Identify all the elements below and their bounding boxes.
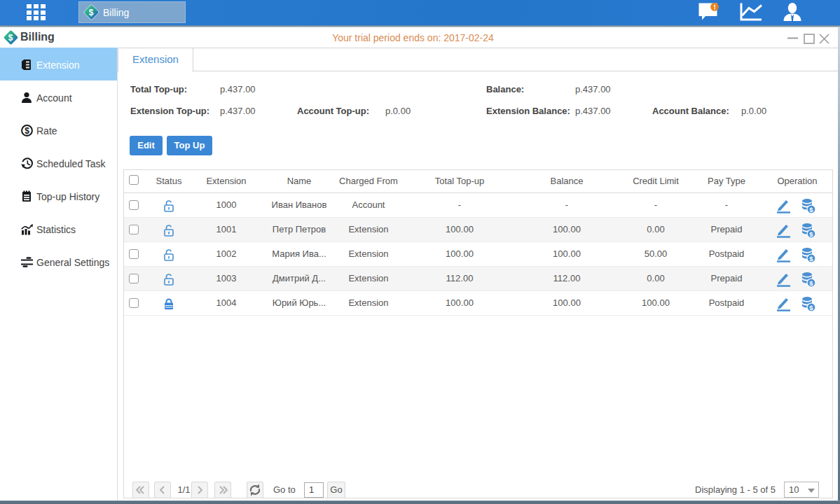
svg-text:$: $ bbox=[809, 279, 813, 287]
svg-text:$: $ bbox=[809, 230, 813, 238]
svg-text:$: $ bbox=[809, 255, 813, 262]
svg-text:$: $ bbox=[809, 206, 813, 214]
svg-text:$: $ bbox=[809, 304, 813, 312]
svg-text:$: $ bbox=[25, 126, 29, 136]
